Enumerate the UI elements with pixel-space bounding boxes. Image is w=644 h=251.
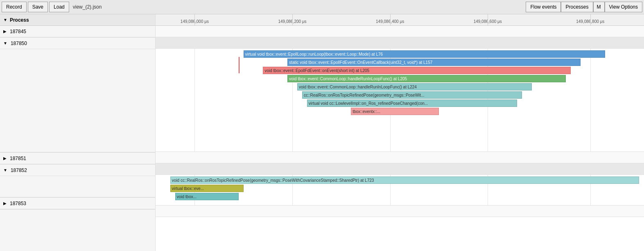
process-187852-threads (0, 176, 155, 197)
process-section-187851: ▶ 187851 (0, 153, 155, 165)
flame-label-5: cc::RealRos::onRosTopicRefinedPose(geome… (304, 93, 425, 97)
flame-label-187852-2: void tbox... (177, 194, 197, 199)
flame-label-187852-1: virtual tbox::eve... (172, 186, 204, 191)
flame-bar-4[interactable]: void tbox::event::CommonLoop::handleRunI… (297, 83, 532, 90)
right-panel[interactable]: 149,086,000 μs 149,086,200 μs 149,086,40… (156, 14, 644, 251)
timeline-row-187852-header (156, 163, 644, 175)
process-section-187853: ▶ 187853 (0, 198, 155, 210)
flow-events-button[interactable]: Flow events (526, 2, 561, 12)
flame-bar-0[interactable]: virtual void tbox::event::EpollLoop::run… (244, 50, 605, 58)
flame-label-7: tbox::eventx::... (353, 109, 380, 114)
process-column-header: ▼ Process (0, 14, 155, 26)
view-options-button[interactable]: View Options (605, 2, 642, 12)
flame-label-187852-0: void cc::RealRos::onRosTopicRefinedPose(… (172, 178, 374, 183)
filename-label: view_(2).json (73, 4, 526, 10)
flame-label-0: virtual void tbox::event::EpollLoop::run… (245, 52, 383, 57)
chevron-down-icon-187852: ▼ (3, 168, 7, 172)
process-section-187850: ▼ 187850 (0, 38, 155, 153)
process-id-187852: 187852 (11, 167, 27, 173)
m-button[interactable]: M (593, 2, 605, 12)
flame-bar-187852-1[interactable]: virtual tbox::eve... (170, 185, 244, 192)
processes-button[interactable]: Processes (561, 2, 593, 12)
load-button[interactable]: Load (49, 2, 69, 12)
process-row-187853[interactable]: ▶ 187853 (0, 198, 155, 209)
timeline-row-187853 (156, 206, 644, 217)
chevron-right-icon: ▶ (3, 29, 7, 34)
event-marker (239, 57, 240, 73)
process-section-187852: ▼ 187852 (0, 165, 155, 198)
chevron-right-icon-187853: ▶ (3, 201, 7, 206)
timeline-row-187852-events: void cc::RealRos::onRosTopicRefinedPose(… (156, 175, 644, 206)
chevron-right-icon-187851: ▶ (3, 156, 7, 161)
flame-label-3: void tbox::event::CommonLoop::handleRunI… (289, 77, 407, 81)
left-panel: ▼ Process ▶ 187845 ▼ 187850 ▶ 187851 (0, 14, 156, 251)
flame-bar-1[interactable]: static void tbox::event::EpollFdEvent::O… (287, 59, 581, 66)
process-id-187853: 187853 (10, 201, 26, 206)
process-row-187852[interactable]: ▼ 187852 (0, 165, 155, 176)
flame-bar-3[interactable]: void tbox::event::CommonLoop::handleRunI… (287, 75, 566, 82)
flame-bar-5[interactable]: cc::RealRos::onRosTopicRefinedPose(geome… (302, 91, 522, 99)
timeline-row-187845 (156, 26, 644, 37)
process-row-187845[interactable]: ▶ 187845 (0, 26, 155, 37)
process-row-187850[interactable]: ▼ 187850 (0, 38, 155, 49)
flame-bar-2[interactable]: void tbox::event::EpollFdEvent::onEvent(… (263, 67, 571, 74)
process-section-187845: ▶ 187845 (0, 26, 155, 38)
timeline-ruler: 149,086,000 μs 149,086,200 μs 149,086,40… (156, 14, 644, 26)
process-id-187851: 187851 (10, 156, 26, 161)
toolbar: Record Save Load view_(2).json Flow even… (0, 0, 644, 14)
timeline-scroll[interactable]: 149,086,000 μs 149,086,200 μs 149,086,40… (156, 14, 644, 251)
timeline-row-187850-header (156, 37, 644, 49)
process-row-187851[interactable]: ▶ 187851 (0, 153, 155, 164)
process-187850-threads (0, 49, 155, 152)
save-button[interactable]: Save (28, 2, 48, 12)
process-header-label: Process (10, 17, 29, 23)
flame-bar-187852-0[interactable]: void cc::RealRos::onRosTopicRefinedPose(… (170, 176, 639, 184)
flame-label-1: static void tbox::event::EpollFdEvent::O… (289, 60, 432, 65)
flame-label-6: virtual void cc::LowlevelImpl::on_Ros_re… (309, 101, 428, 106)
chevron-down-icon-187850: ▼ (3, 41, 7, 45)
timeline-content: virtual void tbox::event::EpollLoop::run… (156, 26, 644, 251)
timeline-row-187851 (156, 152, 644, 163)
timeline-row-187850-events: virtual void tbox::event::EpollLoop::run… (156, 49, 644, 152)
toolbar-right: Flow events Processes M View Options (526, 2, 642, 12)
flame-bar-6[interactable]: virtual void cc::LowlevelImpl::on_Ros_re… (307, 99, 517, 107)
flame-label-4: void tbox::event::CommonLoop::handleRunI… (299, 85, 417, 89)
record-button[interactable]: Record (2, 2, 27, 12)
flame-bar-187852-2[interactable]: void tbox... (175, 193, 239, 200)
process-id-187850: 187850 (11, 41, 27, 46)
flame-label-2: void tbox::event::EpollFdEvent::onEvent(… (264, 68, 369, 73)
chevron-down-icon: ▼ (3, 18, 7, 22)
process-id-187845: 187845 (10, 29, 26, 34)
flame-bar-7[interactable]: tbox::eventx::... (351, 108, 439, 115)
main-content: ▼ Process ▶ 187845 ▼ 187850 ▶ 187851 (0, 14, 644, 251)
